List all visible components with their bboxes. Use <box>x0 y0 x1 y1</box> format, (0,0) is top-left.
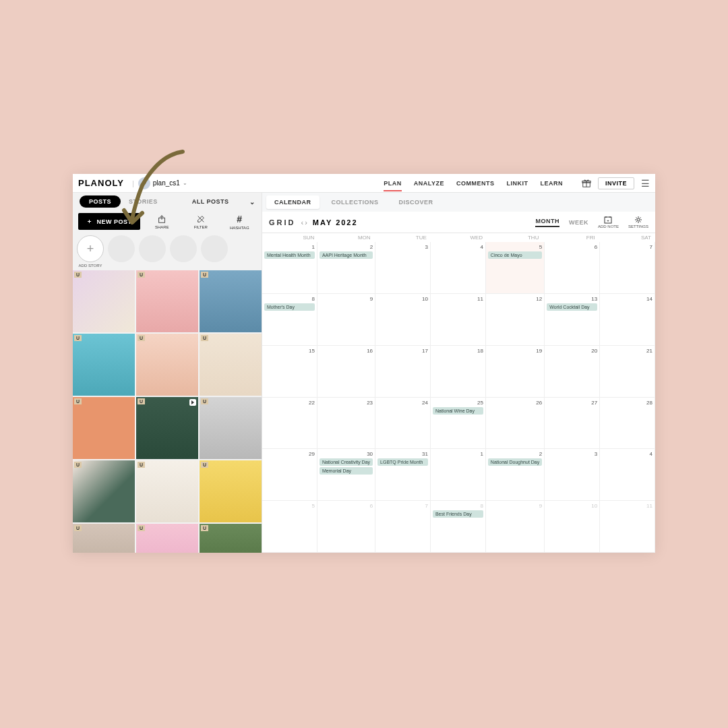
tab-stories[interactable]: STORIES <box>129 198 158 205</box>
calendar-day[interactable]: 19 <box>486 346 545 398</box>
calendar-day[interactable]: 6 <box>317 501 375 553</box>
calendar-day[interactable]: 15 <box>262 346 317 398</box>
calendar-day[interactable]: 10 <box>375 294 431 346</box>
post-thumbnail[interactable]: U <box>200 397 262 459</box>
calendar-day[interactable]: 12 <box>486 294 545 346</box>
calendar-day[interactable]: 17 <box>375 346 431 398</box>
subtab-collections[interactable]: COLLECTIONS <box>324 195 387 209</box>
calendar-day[interactable]: 31LGBTQ Pride Month <box>375 449 431 501</box>
calendar-event[interactable]: Cinco de Mayo <box>488 251 542 259</box>
calendar-event[interactable]: Memorial Day <box>320 467 373 475</box>
calendar-event[interactable]: AAPI Heritage Month <box>320 251 373 259</box>
post-thumbnail[interactable]: U <box>200 460 262 522</box>
subtab-discover[interactable]: DISCOVER <box>391 195 442 209</box>
calendar-event[interactable]: Mental Health Month <box>264 251 315 259</box>
filter-button[interactable]: FILTER <box>184 214 218 229</box>
calendar-day[interactable]: 23 <box>317 398 375 450</box>
calendar-day[interactable]: 20 <box>545 346 600 398</box>
calendar-day[interactable]: 24 <box>375 398 431 450</box>
post-thumbnail[interactable]: U <box>73 334 135 396</box>
post-thumbnail[interactable]: U <box>200 524 262 553</box>
post-thumbnail[interactable]: U <box>136 524 198 553</box>
prev-month-button[interactable]: ‹ <box>301 218 304 226</box>
post-thumbnail[interactable]: U <box>73 460 135 522</box>
calendar-event[interactable]: World Cocktail Day <box>547 303 597 311</box>
calendar-day[interactable]: 4 <box>600 449 655 501</box>
settings-button[interactable]: SETTINGS <box>628 216 648 229</box>
calendar-day[interactable]: 11 <box>600 501 655 553</box>
story-placeholder[interactable] <box>201 235 228 262</box>
subtab-calendar[interactable]: CALENDAR <box>266 195 320 209</box>
post-thumbnail[interactable]: U <box>136 397 198 459</box>
calendar-day[interactable]: 6 <box>545 242 600 294</box>
calendar-day[interactable]: 22 <box>262 398 317 450</box>
gift-icon[interactable] <box>582 179 591 188</box>
post-thumbnail[interactable]: U <box>200 270 262 332</box>
calendar-day[interactable]: 4 <box>431 242 486 294</box>
calendar-day[interactable]: 7 <box>600 242 655 294</box>
calendar-day[interactable]: 16 <box>317 346 375 398</box>
new-post-button[interactable]: ＋ NEW POST <box>78 213 140 230</box>
view-week[interactable]: WEEK <box>569 219 588 226</box>
story-placeholder[interactable] <box>139 235 166 262</box>
calendar-day[interactable]: 25National Wine Day <box>431 398 486 450</box>
calendar-day[interactable]: 8Mother's Day <box>262 294 317 346</box>
story-placeholder[interactable] <box>108 235 135 262</box>
calendar-day[interactable]: 1 <box>431 449 486 501</box>
calendar-event[interactable]: National Doughnut Day <box>488 458 542 466</box>
calendar-day[interactable]: 10 <box>545 501 600 553</box>
hashtag-button[interactable]: # HASHTAG <box>223 214 257 230</box>
post-thumbnail[interactable]: U <box>73 397 135 459</box>
nav-learn[interactable]: LEARN <box>540 180 563 187</box>
calendar-day[interactable]: 8Best Friends Day <box>431 501 486 553</box>
planoly-app-window: PLANOLY | P plan_cs1 ⌄ PLAN ANALYZE COMM… <box>73 174 655 553</box>
invite-button[interactable]: INVITE <box>598 177 634 189</box>
calendar-day[interactable]: 9 <box>486 501 545 553</box>
post-thumbnail[interactable]: U <box>136 460 198 522</box>
post-thumbnail[interactable]: U <box>73 524 135 553</box>
all-posts-dropdown[interactable]: ALL POSTS ⌄ <box>192 198 255 206</box>
calendar-event[interactable]: National Creativity Day <box>320 458 373 466</box>
calendar-day[interactable]: 21 <box>600 346 655 398</box>
calendar-day[interactable]: 29 <box>262 449 317 501</box>
calendar-day[interactable]: 3 <box>545 449 600 501</box>
calendar-day[interactable]: 18 <box>431 346 486 398</box>
hamburger-icon[interactable]: ☰ <box>641 178 650 189</box>
calendar-day[interactable]: 26 <box>486 398 545 450</box>
calendar-day[interactable]: 1Mental Health Month <box>262 242 317 294</box>
account-switcher[interactable]: P plan_cs1 ⌄ <box>138 177 187 189</box>
calendar-day[interactable]: 27 <box>545 398 600 450</box>
calendar-day[interactable]: 5 <box>262 501 317 553</box>
view-month[interactable]: MONTH <box>535 218 559 227</box>
nav-analyze[interactable]: ANALYZE <box>414 180 444 187</box>
calendar-day[interactable]: 9 <box>317 294 375 346</box>
nav-comments[interactable]: COMMENTS <box>456 180 495 187</box>
calendar-event[interactable]: Best Friends Day <box>433 510 483 518</box>
grid-mode-label[interactable]: GRID <box>269 218 296 226</box>
calendar-day[interactable]: 30National Creativity DayMemorial Day <box>317 449 375 501</box>
calendar-day[interactable]: 3 <box>375 242 431 294</box>
share-button[interactable]: SHARE <box>146 214 179 229</box>
tab-posts[interactable]: POSTS <box>80 195 121 208</box>
calendar-event[interactable]: LGBTQ Pride Month <box>377 458 428 466</box>
calendar-day[interactable]: 14 <box>600 294 655 346</box>
calendar-day[interactable]: 5Cinco de Mayo <box>486 242 545 294</box>
post-thumbnail[interactable]: U <box>73 270 135 332</box>
add-note-button[interactable]: + ADD NOTE <box>598 216 619 229</box>
add-story-button[interactable]: + <box>77 235 104 262</box>
calendar-day[interactable]: 28 <box>600 398 655 450</box>
calendar-day[interactable]: 11 <box>431 294 486 346</box>
next-month-button[interactable]: › <box>305 218 307 226</box>
post-thumbnail[interactable]: U <box>200 334 262 396</box>
calendar-day[interactable]: 13World Cocktail Day <box>545 294 600 346</box>
calendar-event[interactable]: National Wine Day <box>433 407 483 415</box>
nav-linkit[interactable]: LINKIT <box>506 180 528 187</box>
post-thumbnail[interactable]: U <box>136 334 198 396</box>
calendar-day[interactable]: 2AAPI Heritage Month <box>317 242 375 294</box>
post-thumbnail[interactable]: U <box>136 270 198 332</box>
story-placeholder[interactable] <box>170 235 197 262</box>
calendar-event[interactable]: Mother's Day <box>264 303 315 311</box>
calendar-day[interactable]: 7 <box>375 501 431 553</box>
nav-plan[interactable]: PLAN <box>384 180 402 187</box>
calendar-day[interactable]: 2National Doughnut Day <box>486 449 545 501</box>
